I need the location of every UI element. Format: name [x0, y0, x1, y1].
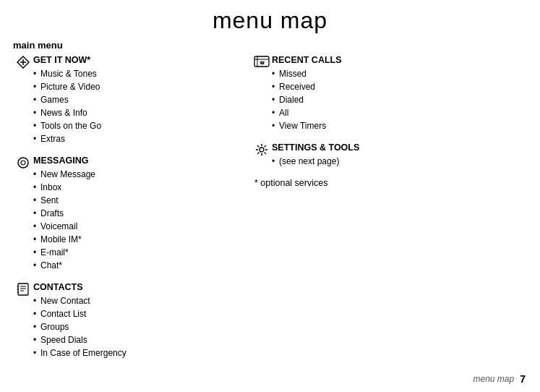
recent-calls-title: RECENT CALLS [272, 55, 490, 65]
list-item: Missed [272, 67, 490, 80]
list-item: Received [272, 80, 490, 93]
list-item: Drafts [33, 207, 230, 220]
svg-line-23 [265, 145, 267, 148]
list-item: Sent [33, 194, 230, 207]
svg-line-21 [257, 145, 260, 148]
list-item: View Timers [272, 119, 490, 132]
main-menu-label: main menu [13, 40, 540, 51]
list-item: Mobile IM* [33, 233, 230, 246]
svg-rect-10 [17, 289, 19, 290]
get-it-now-list: Music & Tones Picture & Video Games News… [33, 67, 230, 145]
get-it-now-icon [13, 56, 33, 72]
list-item: Chat* [33, 259, 230, 272]
section-settings-tools: SETTINGS & TOOLS (see next page) [252, 142, 490, 168]
list-item: Dialed [272, 93, 490, 106]
contacts-title: CONTACTS [33, 282, 230, 292]
list-item: Tools on the Go [33, 119, 230, 132]
footer-text: menu map [473, 374, 515, 384]
list-item: Contact List [33, 307, 230, 320]
messaging-body: MESSAGING New Message Inbox Sent Drafts … [33, 155, 230, 272]
list-item: New Message [33, 168, 230, 181]
list-item: Extras [33, 132, 230, 145]
list-item: News & Info [33, 106, 230, 119]
messaging-title: MESSAGING [33, 155, 230, 166]
svg-rect-11 [17, 291, 19, 293]
section-get-it-now: GET IT NOW* Music & Tones Picture & Vide… [13, 55, 230, 145]
content-area: GET IT NOW* Music & Tones Picture & Vide… [0, 55, 540, 370]
list-item: Inbox [33, 181, 230, 194]
settings-tools-list: (see next page) [272, 155, 490, 168]
list-item: All [272, 106, 490, 119]
footer-page-number: 7 [520, 373, 526, 385]
settings-tools-icon [252, 143, 272, 159]
svg-line-22 [265, 153, 267, 155]
list-item: Music & Tones [33, 67, 230, 80]
section-messaging: MESSAGING New Message Inbox Sent Drafts … [13, 155, 230, 272]
contacts-icon [13, 283, 33, 299]
messaging-list: New Message Inbox Sent Drafts Voicemail … [33, 168, 230, 272]
get-it-now-title: GET IT NOW* [33, 55, 230, 65]
page-title: menu map [0, 0, 540, 40]
list-item: Games [33, 93, 230, 106]
list-item: New Contact [33, 294, 230, 307]
list-item: E-mail* [33, 246, 230, 259]
list-item: Picture & Video [33, 80, 230, 93]
contacts-body: CONTACTS New Contact Contact List Groups… [33, 282, 230, 359]
svg-line-24 [257, 153, 260, 155]
optional-services-note: * optional services [254, 178, 490, 188]
svg-point-16 [260, 148, 264, 152]
section-contacts: CONTACTS New Contact Contact List Groups… [13, 282, 230, 359]
contacts-list: New Contact Contact List Groups Speed Di… [33, 294, 230, 359]
footer: menu map 7 [473, 373, 526, 385]
get-it-now-body: GET IT NOW* Music & Tones Picture & Vide… [33, 55, 230, 145]
section-recent-calls: ☎ RECENT CALLS Missed Received Dialed Al… [252, 55, 490, 132]
settings-tools-title: SETTINGS & TOOLS [272, 142, 490, 153]
list-item: In Case of Emergency [33, 346, 230, 359]
settings-tools-body: SETTINGS & TOOLS (see next page) [272, 142, 490, 168]
svg-point-3 [18, 158, 28, 168]
recent-calls-body: RECENT CALLS Missed Received Dialed All … [272, 55, 490, 132]
recent-calls-list: Missed Received Dialed All View Timers [272, 67, 490, 132]
left-column: GET IT NOW* Music & Tones Picture & Vide… [13, 55, 237, 370]
messaging-icon [13, 156, 33, 172]
list-item: Groups [33, 320, 230, 333]
svg-rect-9 [17, 286, 19, 287]
svg-rect-5 [18, 284, 28, 295]
svg-text:☎: ☎ [260, 61, 265, 65]
list-item: (see next page) [272, 155, 490, 168]
recent-calls-icon: ☎ [252, 56, 272, 72]
list-item: Speed Dials [33, 333, 230, 346]
list-item: Voicemail [33, 220, 230, 233]
svg-point-4 [21, 161, 25, 165]
right-column: ☎ RECENT CALLS Missed Received Dialed Al… [237, 55, 490, 370]
